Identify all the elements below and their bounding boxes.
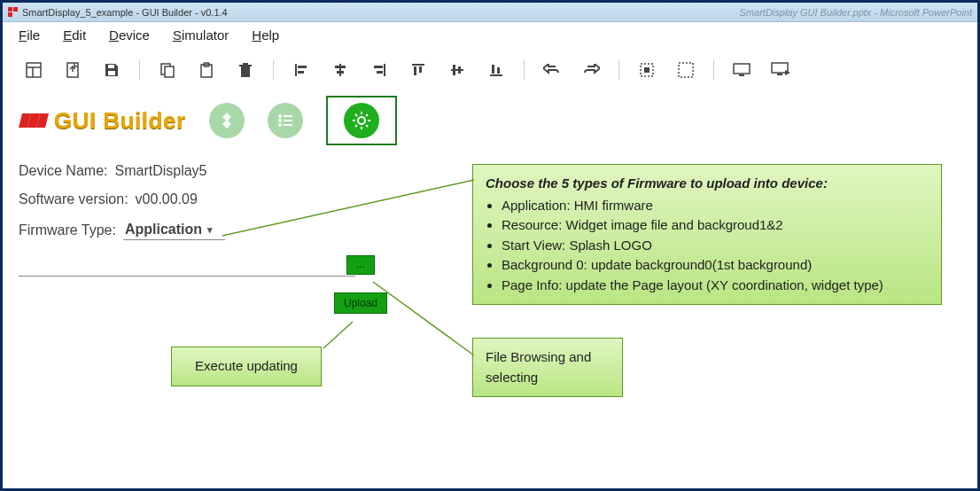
- svg-rect-49: [284, 120, 292, 121]
- firmware-type-select[interactable]: Application: [123, 220, 225, 240]
- svg-rect-36: [644, 67, 649, 73]
- toolbar: [3, 48, 977, 92]
- svg-rect-8: [108, 65, 114, 68]
- brand-text: GUI Builder: [54, 107, 186, 135]
- align-top-icon[interactable]: [403, 55, 433, 85]
- align-left-icon[interactable]: [286, 55, 316, 85]
- svg-rect-0: [8, 7, 12, 12]
- svg-rect-34: [497, 67, 500, 74]
- svg-rect-14: [241, 66, 250, 77]
- svg-rect-18: [298, 66, 307, 68]
- mode-settings-wrap: [326, 96, 397, 145]
- app-icon: [8, 7, 19, 18]
- svg-rect-31: [458, 66, 461, 74]
- svg-rect-11: [165, 66, 174, 77]
- svg-rect-30: [453, 65, 455, 75]
- svg-point-50: [278, 123, 282, 127]
- menu-file[interactable]: File: [19, 27, 40, 43]
- software-version-label: Software version:: [19, 191, 128, 207]
- undo-icon[interactable]: [537, 55, 567, 85]
- align-center-h-icon[interactable]: [325, 55, 355, 85]
- callout-firmware-types: Choose the 5 types of Firmware to upload…: [472, 164, 942, 305]
- svg-line-63: [323, 322, 353, 348]
- titlebar: SmartDisplay_5_example - GUI Builder - v…: [3, 3, 977, 22]
- save-icon[interactable]: [97, 55, 127, 85]
- mode-settings-button[interactable]: [344, 103, 379, 138]
- menubar: File Edit Device Simulator Help: [3, 22, 977, 48]
- display-play-icon[interactable]: [766, 55, 796, 85]
- copy-icon[interactable]: [152, 55, 183, 85]
- paste-icon[interactable]: [191, 55, 222, 85]
- select-box-icon[interactable]: [632, 55, 662, 85]
- svg-rect-2: [8, 12, 12, 17]
- menu-simulator[interactable]: Simulator: [173, 27, 229, 43]
- svg-line-60: [366, 114, 368, 116]
- svg-rect-15: [239, 65, 252, 66]
- align-center-v-icon[interactable]: [442, 55, 472, 85]
- svg-line-58: [366, 125, 368, 127]
- svg-rect-22: [337, 71, 344, 74]
- browse-button[interactable]: ...: [346, 255, 375, 275]
- menu-device[interactable]: Device: [109, 27, 150, 43]
- brand-logo: GUI Builder: [19, 107, 186, 135]
- svg-rect-51: [284, 124, 292, 126]
- callout-big-title: Choose the 5 types of Firmware to upload…: [486, 174, 929, 194]
- svg-rect-24: [374, 66, 383, 68]
- callout-item: Start View: Splash LOGO: [502, 236, 929, 256]
- callout-item: Application: HMI firmware: [502, 196, 929, 216]
- callout-item: Background 0: update background0(1st bac…: [502, 255, 929, 276]
- svg-rect-47: [284, 115, 292, 117]
- svg-rect-1: [13, 7, 18, 12]
- delete-icon[interactable]: [230, 55, 261, 85]
- redo-icon[interactable]: [576, 55, 606, 85]
- svg-rect-21: [335, 66, 346, 68]
- mode-layout-button[interactable]: [209, 103, 245, 138]
- svg-point-52: [358, 117, 365, 124]
- svg-rect-28: [419, 66, 422, 73]
- svg-rect-37: [679, 63, 693, 77]
- upload-button[interactable]: Upload: [334, 292, 387, 314]
- mode-list-button[interactable]: [268, 103, 303, 138]
- svg-rect-39: [739, 74, 744, 76]
- file-path-input[interactable]: [19, 276, 355, 277]
- menu-edit[interactable]: Edit: [63, 27, 86, 43]
- bg-window-title: SmartDisplay GUI Builder.pptx - Microsof…: [740, 7, 972, 18]
- device-name-value: SmartDisplay5: [114, 163, 206, 179]
- svg-rect-38: [734, 64, 750, 74]
- display-icon[interactable]: [727, 55, 757, 85]
- new-icon[interactable]: [19, 55, 49, 85]
- callout-item: Page Info: update the Page layout (XY co…: [502, 276, 929, 296]
- svg-point-46: [278, 114, 282, 118]
- callout-item: Resource: Widget image file and backgrou…: [502, 215, 929, 236]
- align-right-icon[interactable]: [364, 55, 394, 85]
- open-icon[interactable]: [58, 55, 88, 85]
- callout-big-list: Application: HMI firmware Resource: Widg…: [502, 196, 929, 296]
- callout-file-browse: File Browsing and selecting: [472, 338, 623, 397]
- select-all-icon[interactable]: [671, 55, 701, 85]
- firmware-type-value: Application: [125, 222, 202, 238]
- svg-line-57: [355, 114, 357, 116]
- svg-rect-33: [492, 65, 494, 74]
- svg-rect-19: [298, 71, 304, 74]
- svg-rect-41: [777, 74, 782, 75]
- svg-rect-16: [243, 63, 248, 65]
- svg-rect-27: [414, 66, 416, 75]
- firmware-type-label: Firmware Type:: [19, 222, 116, 238]
- svg-rect-9: [108, 71, 115, 75]
- logo-icon: [19, 110, 49, 131]
- callout-execute: Execute updating: [171, 347, 322, 386]
- svg-point-48: [278, 119, 282, 122]
- device-name-label: Device Name:: [19, 163, 107, 179]
- software-version-value: v00.00.09: [136, 191, 198, 207]
- svg-line-62: [373, 282, 474, 355]
- svg-rect-25: [377, 71, 383, 74]
- menu-help[interactable]: Help: [252, 27, 279, 43]
- svg-line-59: [355, 125, 357, 127]
- align-bottom-icon[interactable]: [481, 55, 511, 85]
- window-title: SmartDisplay_5_example - GUI Builder - v…: [22, 7, 228, 18]
- brand-row: GUI Builder: [3, 92, 977, 151]
- svg-rect-3: [27, 63, 41, 77]
